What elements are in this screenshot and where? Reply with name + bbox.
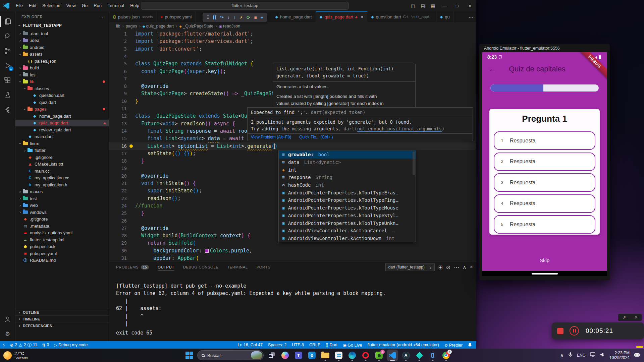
activity-files-icon[interactable]	[0, 14, 15, 29]
remote-icon[interactable]: ⚡	[0, 341, 8, 349]
android-studio-button[interactable]: A	[400, 350, 411, 361]
opera-button[interactable]	[360, 350, 371, 361]
notifications-bell-icon[interactable]	[466, 343, 474, 347]
tree-item-pages[interactable]: ›pages	[15, 106, 109, 113]
tree-item-flutter[interactable]: ›flutter	[15, 147, 109, 154]
suggestion-AndroidPointerProperties-kToolTypeFing-[interactable]: ▣AndroidPointerProperties.kToolTypeFing…	[279, 196, 416, 204]
tab-qu[interactable]: ◆qu	[436, 11, 454, 22]
chrome-button[interactable]: e	[441, 350, 451, 361]
status-flutter[interactable]: flutter emulator (android-x64 emulator)	[365, 343, 441, 347]
tree-item-build[interactable]: ›build	[15, 65, 109, 72]
tree-item-analysis_options.yaml[interactable]: ≡analysis_options.yaml	[15, 230, 109, 237]
diagnostic-link[interactable]: not_enough_positional_arguments	[357, 126, 442, 132]
tree-item-.dart_tool[interactable]: ›.dart_tool	[15, 30, 109, 37]
maximize-button[interactable]: □	[451, 0, 464, 11]
status-[interactable]: {} Dart	[323, 343, 340, 347]
suggestion-AndroidPointerProperties-kToolTypeUnkn-[interactable]: ▣AndroidPointerProperties.kToolTypeUnkn…	[279, 219, 416, 227]
breadcrumb-item[interactable]: lib	[116, 24, 120, 28]
clock[interactable]: 2:23 PM10/29/2024	[609, 351, 630, 360]
close-button[interactable]: ×	[464, 0, 476, 11]
tree-item-macos[interactable]: ›macos	[15, 188, 109, 195]
restart-icon[interactable]: ⟳	[247, 15, 251, 20]
tree-item-web[interactable]: ›web	[15, 202, 109, 209]
game-bar-icon[interactable]	[634, 352, 640, 358]
answer-button-1[interactable]: 1Respuesta	[494, 131, 595, 150]
teams-button[interactable]: T	[293, 350, 304, 361]
code-line-4[interactable]: 4	[109, 53, 476, 60]
breadcrumb-item[interactable]: quiz_page.dart	[146, 24, 174, 28]
lightbulb-icon[interactable]	[129, 144, 133, 148]
code-line-2[interactable]: 2import 'package:flutter/services.dart';	[109, 38, 476, 45]
menu-edit[interactable]: Edit	[26, 3, 39, 8]
activity-flutter-icon[interactable]	[0, 103, 15, 117]
code-line-30[interactable]: 30 backgroundColor: Colors.purple,	[109, 247, 476, 254]
tree-item-my_application.cc[interactable]: Cmy_application.cc	[15, 175, 109, 182]
status-[interactable]: ⊘ Prettier	[442, 343, 465, 348]
tree-item-main.cc[interactable]: Cmain.cc	[15, 168, 109, 175]
tree-item-quiz.dart[interactable]: ◆quiz.dart	[15, 99, 109, 106]
customize-layout-icon[interactable]: ▦	[428, 3, 438, 8]
skip-button[interactable]: Skip	[482, 257, 607, 263]
view-problem-link[interactable]: View Problem (Alt+F8)	[251, 135, 291, 139]
activity-testing-icon[interactable]	[0, 88, 15, 103]
menu-view[interactable]: View	[63, 3, 79, 8]
tree-item-.metadata[interactable]: ▤.metadata	[15, 223, 109, 230]
status-[interactable]: ◉ Go Live	[340, 343, 364, 348]
code-line-3[interactable]: 3import 'dart:convert';	[109, 45, 476, 53]
store-button[interactable]	[333, 350, 344, 361]
breadcrumb-item[interactable]: pages	[126, 24, 137, 28]
toggle-panel-icon[interactable]: ▤	[418, 3, 428, 8]
section-timeline[interactable]: ›TIMELINE	[15, 315, 109, 322]
tree-item-quiz_page.dart[interactable]: ◆quiz_page.dart4	[15, 120, 109, 127]
minimize-button[interactable]: —	[438, 0, 451, 11]
suggestion-AndroidPointerProperties-kToolTypeMouse[interactable]: ▣AndroidPointerProperties.kToolTypeMouse	[279, 204, 416, 212]
language-indicator[interactable]: ENG	[577, 353, 586, 358]
code-line-16[interactable]: 16 List<int> optionList = List<int>.gene…	[109, 142, 476, 150]
scrollbar[interactable]	[413, 152, 415, 175]
tree-item-ios[interactable]: ›ios	[15, 71, 109, 78]
vscode-button[interactable]	[387, 350, 398, 361]
step-into-icon[interactable]: ↓	[227, 15, 230, 20]
hot-reload-icon[interactable]: ⚡	[239, 15, 243, 20]
explorer-more-icon[interactable]: ⋯	[100, 14, 105, 19]
task-view-button[interactable]	[266, 350, 277, 361]
quick-fix-link[interactable]: Quick Fix... (Ctrl+.)	[299, 135, 333, 139]
close-icon[interactable]: ×	[635, 315, 637, 320]
emulator-screen[interactable]: 8:23 DEBUG ← Quiz de capitales Pregunta …	[482, 52, 607, 276]
weather-widget[interactable]: 27°CSoleado	[3, 351, 28, 360]
step-out-icon[interactable]: ↑	[233, 15, 236, 20]
suggestion-AndroidViewController-kActionDown[interactable]: ▣AndroidViewController.kActionDownint	[279, 235, 416, 242]
tree-item-linux[interactable]: ›linux	[15, 140, 109, 147]
activity-source-control-icon[interactable]	[0, 44, 15, 58]
tree-item-pubspec.lock[interactable]: ●pubspec.lock	[15, 243, 109, 250]
tab-close-icon[interactable]: ×	[361, 14, 364, 19]
tree-item-lib[interactable]: ›lib	[15, 78, 109, 85]
suggestion-growable-[interactable]: ⊡growable:bool	[279, 151, 416, 159]
menu-selection[interactable]: Selection	[39, 3, 63, 8]
tab-home_page.dart[interactable]: ◆home_page.dart	[272, 11, 316, 22]
status-spaces[interactable]: Spaces: 2	[266, 343, 289, 347]
breadcrumb-item[interactable]: _QuizPageState	[183, 24, 213, 28]
section-outline[interactable]: ›OUTLINE	[15, 309, 109, 315]
taskbar-search[interactable]: Buscar	[197, 350, 264, 360]
tree-item-README.md[interactable]: ⓘREADME.md	[15, 257, 109, 264]
back-arrow-icon[interactable]: ←	[489, 65, 496, 73]
menu-terminal[interactable]: Terminal	[105, 3, 127, 8]
tree-item-question.dart[interactable]: ◆question.dart	[15, 92, 109, 99]
tree-item-main.dart[interactable]: ◆main.dart	[15, 133, 109, 140]
dart-devtools-button[interactable]	[414, 350, 425, 361]
home-indicator[interactable]	[532, 273, 558, 275]
tree-item-.gitignore[interactable]: ◆.gitignore	[15, 216, 109, 223]
status-utf8[interactable]: UTF-8	[289, 343, 306, 347]
volume-icon[interactable]	[600, 352, 605, 358]
suggestion-hashCode[interactable]: ⚙hashCodeint	[279, 181, 416, 189]
toggle-sidebar-icon[interactable]: ◫	[408, 3, 418, 8]
answer-button-5[interactable]: 5Respuesta	[494, 215, 595, 234]
tree-item-flutter_testapp.iml[interactable]: ≡flutter_testapp.iml	[15, 236, 109, 243]
tree-item-home_page.dart[interactable]: ◆home_page.dart	[15, 113, 109, 120]
tree-item-pubspec.yaml[interactable]: ≡pubspec.yaml	[15, 250, 109, 257]
answer-button-3[interactable]: 3Respuesta	[494, 173, 595, 192]
tree-item-my_application.h[interactable]: hmy_application.h	[15, 181, 109, 188]
activity-run-debug-icon[interactable]: 1	[0, 58, 15, 73]
activity-search-icon[interactable]	[0, 29, 15, 44]
